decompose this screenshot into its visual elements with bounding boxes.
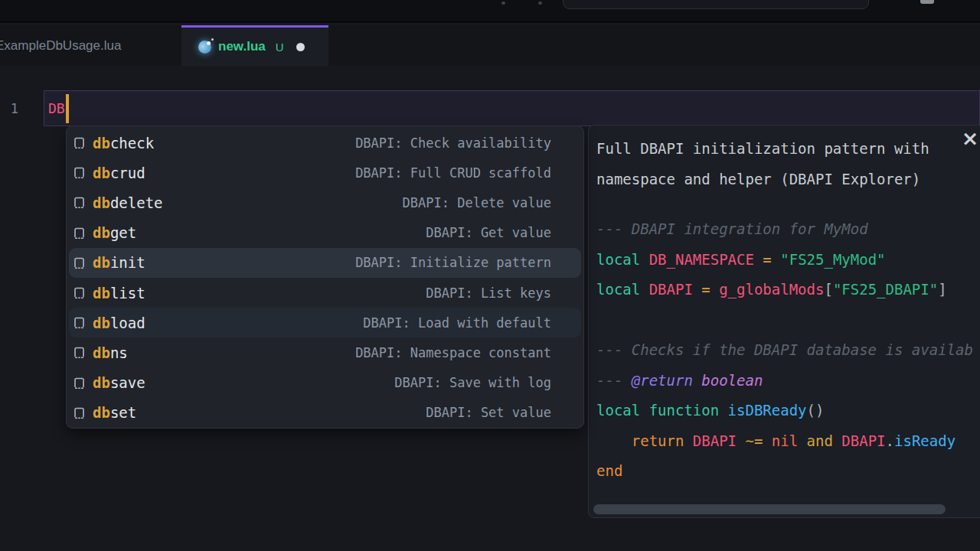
typed-text: DB [48, 100, 65, 116]
suggestion-description: DBAPI: Set value [426, 405, 551, 420]
suggestion-description: DBAPI: List keys [426, 285, 551, 301]
suggestion-item-dbcrud[interactable]: dbcrudDBAPI: Full CRUD scaffold [67, 158, 583, 187]
suggestion-description: DBAPI: Namespace constant [355, 345, 551, 360]
text-cursor [66, 94, 69, 123]
code-line: return DBAPI ~= nil and DBAPI.isReady [596, 426, 980, 457]
code-line: local function isDBReady() [596, 396, 980, 426]
suggestion-label: dbcrud [93, 165, 145, 181]
snippet-icon [74, 346, 85, 359]
layout-icon[interactable] [920, 0, 934, 4]
suggestion-item-dbsave[interactable]: dbsaveDBAPI: Save with log [67, 368, 583, 398]
docs-title-line: Full DBAPI initialization pattern with [596, 133, 980, 164]
suggestion-label: dbload [93, 315, 145, 331]
editor-current-line[interactable]: DB [44, 90, 980, 126]
suggestion-item-dbset[interactable]: dbsetDBAPI: Set value [67, 398, 583, 428]
horizontal-scrollbar[interactable] [593, 504, 946, 514]
line-number: 1 [0, 91, 18, 126]
git-status-badge: U [276, 41, 284, 54]
code-line: end [596, 456, 980, 487]
suggestion-item-dbload[interactable]: dbloadDBAPI: Load with default [69, 308, 581, 337]
unsaved-dot-icon[interactable] [296, 43, 305, 51]
code-line: local DBAPI = g_globalMods["FS25_DBAPI"] [596, 275, 980, 305]
suggestion-label: dbsave [93, 374, 145, 391]
suggestion-label: dbns [93, 344, 128, 361]
docs-title-line: namespace and helper (DBAPI Explorer) [596, 164, 980, 194]
docs-code-preview: --- DBAPI integration for MyModlocal DB_… [596, 214, 980, 487]
suggestion-label: dbinit [93, 254, 145, 271]
suggestion-label: dbset [93, 404, 136, 421]
suggestion-item-dbinit[interactable]: dbinitDBAPI: Initialize pattern [69, 248, 581, 278]
suggestion-item-dbns[interactable]: dbnsDBAPI: Namespace constant [67, 337, 583, 367]
code-line: --- @return boolean [596, 366, 980, 396]
tab-label: new.lua [218, 39, 266, 54]
suggest-widget: dbcheckDBAPI: Check availabilitydbcrudDB… [66, 126, 584, 429]
snippet-icon [74, 286, 85, 299]
titlebar [0, 0, 980, 23]
suggestion-label: dbdelete [93, 194, 163, 211]
forward-icon[interactable] [538, 2, 542, 5]
tab-label: ExampleDbUsage.lua [0, 38, 121, 54]
suggestion-label: dblist [93, 285, 145, 302]
suggestion-description: DBAPI: Load with default [363, 315, 551, 331]
command-center[interactable] [563, 0, 869, 9]
suggestion-description: DBAPI: Delete value [403, 195, 551, 210]
suggestion-item-dbdelete[interactable]: dbdeleteDBAPI: Delete value [67, 187, 583, 217]
tab-bar: ExampleDbUsage.lua new.lua U [0, 25, 980, 66]
code-line: --- DBAPI integration for MyMod [596, 214, 980, 245]
suggest-docs-panel: Full DBAPI initialization pattern with n… [588, 125, 980, 518]
snippet-icon [74, 316, 85, 329]
code-line: --- Checks if the DBAPI database is avai… [596, 335, 980, 366]
snippet-icon [74, 227, 85, 240]
suggestion-description: DBAPI: Save with log [394, 375, 551, 390]
snippet-icon [74, 377, 85, 390]
snippet-icon [74, 196, 85, 209]
suggestion-description: DBAPI: Initialize pattern [355, 255, 551, 270]
suggestion-item-dbget[interactable]: dbgetDBAPI: Get value [67, 218, 583, 248]
code-line [596, 305, 980, 336]
suggestion-item-dblist[interactable]: dblistDBAPI: List keys [67, 278, 583, 308]
code-line: local DB_NAMESPACE = "FS25_MyMod" [596, 245, 980, 276]
tab-newlua[interactable]: new.lua U [181, 25, 328, 66]
suggestion-description: DBAPI: Get value [426, 225, 551, 240]
tab-exampledbusage[interactable]: ExampleDbUsage.lua [0, 25, 181, 66]
snippet-icon [74, 166, 85, 179]
back-icon[interactable] [501, 2, 505, 5]
suggestion-description: DBAPI: Full CRUD scaffold [355, 165, 551, 181]
snippet-icon [74, 256, 85, 269]
suggestion-label: dbcheck [93, 135, 154, 152]
suggestion-description: DBAPI: Check availability [355, 135, 551, 151]
snippet-icon [74, 406, 85, 419]
editor-window: ExampleDbUsage.lua new.lua U 1 DB dbchec… [0, 0, 980, 551]
close-icon[interactable]: × [961, 127, 979, 150]
suggestion-item-dbcheck[interactable]: dbcheckDBAPI: Check availability [67, 128, 583, 158]
snippet-icon [74, 136, 85, 149]
suggestion-label: dbget [93, 224, 136, 241]
lua-file-icon [198, 41, 211, 54]
